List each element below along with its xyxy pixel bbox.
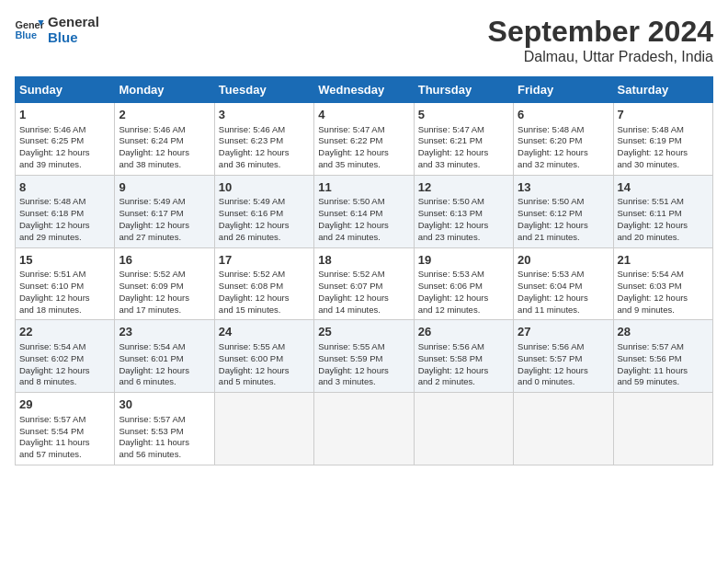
day-number: 5	[418, 107, 509, 123]
cell-info: Sunrise: 5:52 AM Sunset: 6:09 PM Dayligh…	[119, 269, 210, 316]
cell-info: Sunrise: 5:48 AM Sunset: 6:18 PM Dayligh…	[19, 196, 110, 243]
header-day-saturday: Saturday	[613, 77, 712, 103]
cell-info: Sunrise: 5:46 AM Sunset: 6:23 PM Dayligh…	[219, 124, 310, 171]
cell-info: Sunrise: 5:47 AM Sunset: 6:21 PM Dayligh…	[418, 124, 509, 171]
week-row-5: 29Sunrise: 5:57 AM Sunset: 5:54 PM Dayli…	[16, 393, 713, 465]
cell-info: Sunrise: 5:57 AM Sunset: 5:53 PM Dayligh…	[119, 414, 210, 461]
calendar-cell: 4Sunrise: 5:47 AM Sunset: 6:22 PM Daylig…	[314, 103, 414, 176]
calendar-body: 1Sunrise: 5:46 AM Sunset: 6:25 PM Daylig…	[16, 103, 713, 465]
day-number: 24	[219, 324, 310, 340]
calendar-cell: 25Sunrise: 5:55 AM Sunset: 5:59 PM Dayli…	[314, 320, 414, 393]
calendar-cell: 26Sunrise: 5:56 AM Sunset: 5:58 PM Dayli…	[414, 320, 513, 393]
day-number: 12	[418, 179, 509, 196]
calendar-cell: 30Sunrise: 5:57 AM Sunset: 5:53 PM Dayli…	[115, 393, 214, 465]
cell-info: Sunrise: 5:46 AM Sunset: 6:24 PM Dayligh…	[119, 124, 210, 171]
week-row-2: 8Sunrise: 5:48 AM Sunset: 6:18 PM Daylig…	[16, 175, 713, 247]
cell-info: Sunrise: 5:56 AM Sunset: 5:57 PM Dayligh…	[518, 341, 609, 388]
cell-info: Sunrise: 5:50 AM Sunset: 6:12 PM Dayligh…	[518, 196, 609, 243]
calendar-cell: 21Sunrise: 5:54 AM Sunset: 6:03 PM Dayli…	[613, 247, 712, 320]
cell-info: Sunrise: 5:51 AM Sunset: 6:11 PM Dayligh…	[618, 196, 709, 243]
day-number: 9	[119, 179, 210, 196]
calendar-cell: 10Sunrise: 5:49 AM Sunset: 6:16 PM Dayli…	[214, 175, 313, 247]
day-number: 13	[518, 179, 609, 196]
calendar-cell: 12Sunrise: 5:50 AM Sunset: 6:13 PM Dayli…	[414, 175, 513, 247]
day-number: 18	[318, 252, 409, 269]
calendar-cell: 6Sunrise: 5:48 AM Sunset: 6:20 PM Daylig…	[514, 103, 613, 176]
calendar-cell: 20Sunrise: 5:53 AM Sunset: 6:04 PM Dayli…	[514, 247, 613, 320]
day-number: 6	[518, 107, 609, 123]
calendar-cell	[414, 393, 513, 465]
calendar-table: SundayMondayTuesdayWednesdayThursdayFrid…	[15, 76, 713, 465]
day-number: 23	[119, 324, 210, 340]
calendar-cell: 14Sunrise: 5:51 AM Sunset: 6:11 PM Dayli…	[613, 175, 712, 247]
cell-info: Sunrise: 5:48 AM Sunset: 6:20 PM Dayligh…	[518, 124, 609, 171]
day-number: 21	[618, 252, 709, 269]
header-day-friday: Friday	[514, 77, 613, 103]
cell-info: Sunrise: 5:50 AM Sunset: 6:13 PM Dayligh…	[418, 196, 509, 243]
day-number: 22	[19, 324, 110, 340]
calendar-cell: 24Sunrise: 5:55 AM Sunset: 6:00 PM Dayli…	[214, 320, 313, 393]
calendar-title-block: September 2024 Dalmau, Uttar Pradesh, In…	[488, 15, 713, 65]
day-number: 29	[19, 396, 110, 413]
cell-info: Sunrise: 5:55 AM Sunset: 6:00 PM Dayligh…	[219, 341, 310, 388]
day-number: 20	[518, 252, 609, 269]
day-number: 2	[119, 107, 210, 123]
cell-info: Sunrise: 5:52 AM Sunset: 6:07 PM Dayligh…	[318, 269, 409, 316]
calendar-cell: 11Sunrise: 5:50 AM Sunset: 6:14 PM Dayli…	[314, 175, 414, 247]
day-number: 1	[19, 107, 110, 123]
cell-info: Sunrise: 5:55 AM Sunset: 5:59 PM Dayligh…	[318, 341, 409, 388]
day-number: 17	[219, 252, 310, 269]
header-day-tuesday: Tuesday	[214, 77, 313, 103]
day-number: 15	[19, 252, 110, 269]
calendar-cell	[314, 393, 414, 465]
calendar-cell: 5Sunrise: 5:47 AM Sunset: 6:21 PM Daylig…	[414, 103, 513, 176]
calendar-subtitle: Dalmau, Uttar Pradesh, India	[488, 49, 713, 65]
header-day-wednesday: Wednesday	[314, 77, 414, 103]
header-row: SundayMondayTuesdayWednesdayThursdayFrid…	[16, 77, 713, 103]
day-number: 10	[219, 179, 310, 196]
calendar-cell	[613, 393, 712, 465]
header-day-monday: Monday	[115, 77, 214, 103]
cell-info: Sunrise: 5:53 AM Sunset: 6:06 PM Dayligh…	[418, 269, 509, 316]
cell-info: Sunrise: 5:57 AM Sunset: 5:56 PM Dayligh…	[618, 341, 709, 388]
calendar-cell: 27Sunrise: 5:56 AM Sunset: 5:57 PM Dayli…	[514, 320, 613, 393]
day-number: 28	[618, 324, 709, 340]
logo: General Blue General Blue	[15, 15, 99, 45]
day-number: 4	[318, 107, 409, 123]
logo-line1: General	[48, 15, 99, 30]
day-number: 16	[119, 252, 210, 269]
calendar-cell: 3Sunrise: 5:46 AM Sunset: 6:23 PM Daylig…	[214, 103, 313, 176]
calendar-cell: 9Sunrise: 5:49 AM Sunset: 6:17 PM Daylig…	[115, 175, 214, 247]
day-number: 11	[318, 179, 409, 196]
cell-info: Sunrise: 5:49 AM Sunset: 6:16 PM Dayligh…	[219, 196, 310, 243]
cell-info: Sunrise: 5:54 AM Sunset: 6:01 PM Dayligh…	[119, 341, 210, 388]
day-number: 7	[618, 107, 709, 123]
day-number: 8	[19, 179, 110, 196]
calendar-cell: 29Sunrise: 5:57 AM Sunset: 5:54 PM Dayli…	[16, 393, 115, 465]
cell-info: Sunrise: 5:49 AM Sunset: 6:17 PM Dayligh…	[119, 196, 210, 243]
calendar-cell: 28Sunrise: 5:57 AM Sunset: 5:56 PM Dayli…	[613, 320, 712, 393]
calendar-cell: 16Sunrise: 5:52 AM Sunset: 6:09 PM Dayli…	[115, 247, 214, 320]
logo-icon: General Blue	[15, 17, 44, 43]
week-row-1: 1Sunrise: 5:46 AM Sunset: 6:25 PM Daylig…	[16, 103, 713, 176]
calendar-cell: 2Sunrise: 5:46 AM Sunset: 6:24 PM Daylig…	[115, 103, 214, 176]
calendar-cell: 15Sunrise: 5:51 AM Sunset: 6:10 PM Dayli…	[16, 247, 115, 320]
calendar-cell: 7Sunrise: 5:48 AM Sunset: 6:19 PM Daylig…	[613, 103, 712, 176]
cell-info: Sunrise: 5:54 AM Sunset: 6:03 PM Dayligh…	[618, 269, 709, 316]
day-number: 30	[119, 396, 210, 413]
day-number: 19	[418, 252, 509, 269]
calendar-cell: 8Sunrise: 5:48 AM Sunset: 6:18 PM Daylig…	[16, 175, 115, 247]
calendar-cell: 18Sunrise: 5:52 AM Sunset: 6:07 PM Dayli…	[314, 247, 414, 320]
logo-line2: Blue	[48, 30, 99, 46]
header-day-thursday: Thursday	[414, 77, 513, 103]
cell-info: Sunrise: 5:52 AM Sunset: 6:08 PM Dayligh…	[219, 269, 310, 316]
cell-info: Sunrise: 5:50 AM Sunset: 6:14 PM Dayligh…	[318, 196, 409, 243]
week-row-4: 22Sunrise: 5:54 AM Sunset: 6:02 PM Dayli…	[16, 320, 713, 393]
week-row-3: 15Sunrise: 5:51 AM Sunset: 6:10 PM Dayli…	[16, 247, 713, 320]
cell-info: Sunrise: 5:48 AM Sunset: 6:19 PM Dayligh…	[618, 124, 709, 171]
cell-info: Sunrise: 5:54 AM Sunset: 6:02 PM Dayligh…	[19, 341, 110, 388]
calendar-cell	[514, 393, 613, 465]
calendar-cell	[214, 393, 313, 465]
calendar-cell: 23Sunrise: 5:54 AM Sunset: 6:01 PM Dayli…	[115, 320, 214, 393]
cell-info: Sunrise: 5:51 AM Sunset: 6:10 PM Dayligh…	[19, 269, 110, 316]
